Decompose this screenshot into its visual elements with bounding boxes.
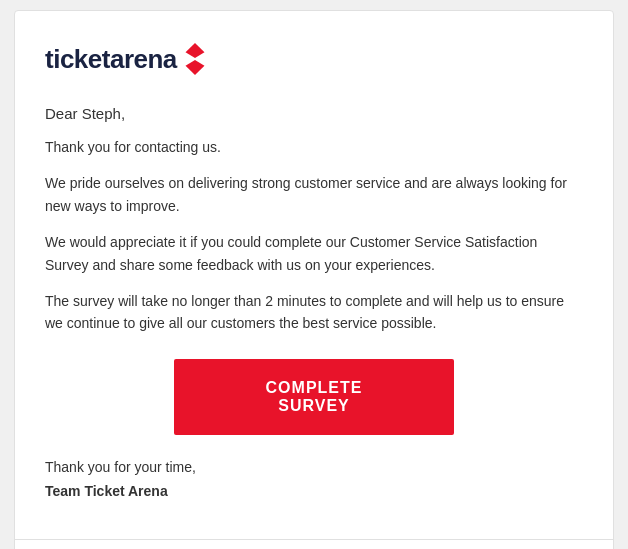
email-body: ticketarena Dear Steph, Thank you for co… (15, 11, 613, 539)
logo-diamond-icon (179, 41, 211, 77)
team-signature: Team Ticket Arena (45, 483, 583, 499)
paragraph-1: Thank you for contacting us. (45, 136, 583, 158)
paragraph-2: We pride ourselves on delivering strong … (45, 172, 583, 217)
svg-marker-0 (185, 43, 204, 58)
paragraph-4: The survey will take no longer than 2 mi… (45, 290, 583, 335)
svg-marker-1 (185, 60, 204, 75)
thank-you-text: Thank you for your time, (45, 459, 583, 475)
logo-text: ticketarena (45, 44, 177, 75)
logo-wrapper: ticketarena (45, 41, 583, 77)
greeting-text: Dear Steph, (45, 105, 583, 122)
complete-survey-button[interactable]: COMPLETE SURVEY (174, 359, 454, 435)
email-container: ticketarena Dear Steph, Thank you for co… (14, 10, 614, 549)
email-footer: Review collection powered by Reviews.io (15, 539, 613, 549)
paragraph-3: We would appreciate it if you could comp… (45, 231, 583, 276)
cta-wrapper: COMPLETE SURVEY (45, 359, 583, 435)
logo-area: ticketarena (45, 41, 583, 77)
